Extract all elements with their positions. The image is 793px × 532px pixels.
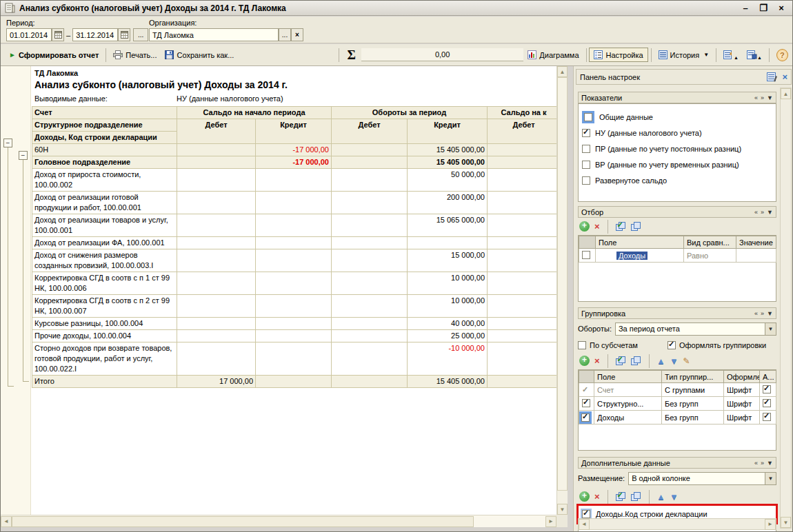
period-more-button[interactable]: ... xyxy=(133,28,148,41)
checkbox-expanded-balance[interactable] xyxy=(582,176,590,185)
collapse-group-button[interactable]: − xyxy=(3,139,12,147)
move-up-icon[interactable]: ▲ xyxy=(657,492,665,502)
collapse-group-button[interactable]: − xyxy=(19,151,28,160)
move-down-icon[interactable]: ▼ xyxy=(670,492,678,502)
format-groups-checkbox[interactable] xyxy=(667,341,676,349)
row-checkbox[interactable] xyxy=(763,399,771,407)
checkbox-nu[interactable] xyxy=(582,129,590,137)
checkbox-common-data[interactable] xyxy=(584,113,592,121)
report-horizontal-scrollbar[interactable]: ◄ ► xyxy=(1,515,556,527)
table-row[interactable]: 60Н-17 000,0015 405 000,00 xyxy=(32,144,557,156)
period-to-input[interactable]: 31.12.2014 xyxy=(72,28,118,41)
checkbox-pr[interactable] xyxy=(582,145,590,153)
col-field[interactable]: Поле xyxy=(596,236,684,249)
table-row[interactable]: Доход от прироста стоимости, 100.00.0025… xyxy=(32,169,557,192)
scroll-right-icon[interactable]: ► xyxy=(545,516,556,527)
uncheck-all-icon[interactable] xyxy=(631,492,641,502)
report-vertical-scrollbar[interactable]: ▲ ▼ xyxy=(556,66,568,515)
add-icon[interactable]: + xyxy=(579,221,590,232)
filter-row-checkbox[interactable] xyxy=(582,251,590,259)
table-row[interactable]: Сторно доходов при возврате товаров, гот… xyxy=(32,342,557,376)
list-item[interactable]: НУ (данные налогового учета) xyxy=(582,125,772,141)
filter-field-value[interactable]: Доходы xyxy=(616,252,648,260)
collapse-right-icon[interactable]: » xyxy=(761,94,764,101)
section-collapse-icon[interactable]: ▼ xyxy=(767,94,773,101)
collapse-left-icon[interactable]: « xyxy=(754,310,758,317)
uncheck-all-icon[interactable] xyxy=(631,222,641,232)
list-item[interactable]: Общие данные xyxy=(582,109,772,125)
save-as-button[interactable]: Сохранить как... xyxy=(161,48,238,61)
table-row[interactable]: Доход от реализации товаров и услуг, 100… xyxy=(32,214,557,237)
save-settings-button[interactable]: ▲ xyxy=(743,48,766,62)
row-checkbox[interactable] xyxy=(763,385,771,393)
placement-select[interactable]: В одной колонке ▼ xyxy=(628,472,776,485)
diagram-button[interactable]: Диаграмма xyxy=(523,48,583,61)
scroll-up-icon[interactable]: ▲ xyxy=(557,66,568,77)
by-subaccounts-option[interactable]: По субсчетам xyxy=(578,338,667,352)
scroll-thumb[interactable] xyxy=(557,77,568,491)
grouping-row[interactable]: Структурно... Без групп Шрифт xyxy=(579,397,776,411)
turnover-select[interactable]: За период отчета ▼ xyxy=(615,323,776,336)
organization-clear-button[interactable]: × xyxy=(291,28,303,41)
section-header-indicators[interactable]: Показатели « » ▼ xyxy=(578,92,776,103)
list-item[interactable]: ПР (данные по учету постоянных разниц) xyxy=(582,141,772,156)
table-row[interactable]: Курсовые разницы, 100.00.00440 000,00 xyxy=(32,318,557,330)
panel-close-icon[interactable]: × xyxy=(782,72,787,82)
maximize-button[interactable]: ❐ xyxy=(756,3,770,13)
collapse-left-icon[interactable]: « xyxy=(754,209,758,216)
history-button[interactable]: История ▼ xyxy=(654,48,714,61)
row-check-icon[interactable]: ✓ xyxy=(582,385,588,393)
scroll-right-icon[interactable]: ► xyxy=(765,519,776,530)
check-all-icon[interactable]: ✓ xyxy=(616,222,626,232)
checkbox-vr[interactable] xyxy=(582,161,590,169)
minimize-button[interactable]: – xyxy=(739,3,752,13)
col-type[interactable]: Тип группир... xyxy=(662,371,724,383)
table-row[interactable]: Корректировка СГД в соотв с п 1 ст 99 НК… xyxy=(32,272,557,295)
help-button[interactable]: ? xyxy=(776,49,788,61)
generate-report-button[interactable]: ► Сформировать отчет xyxy=(5,49,103,61)
scroll-down-icon[interactable]: ▼ xyxy=(557,504,568,515)
section-collapse-icon[interactable]: ▼ xyxy=(767,460,773,467)
filter-row[interactable]: Доходы Равно xyxy=(579,249,776,263)
collapse-right-icon[interactable]: » xyxy=(761,460,764,467)
collapse-right-icon[interactable]: » xyxy=(761,209,764,216)
table-row[interactable]: Доход от снижения размеров созданных про… xyxy=(32,249,557,272)
row-checkbox[interactable] xyxy=(581,413,590,422)
grouping-row[interactable]: Доходы Без групп Шрифт xyxy=(579,411,776,424)
restore-settings-button[interactable]: ▲ xyxy=(719,48,743,62)
section-header-grouping[interactable]: Группировка « » ▼ xyxy=(578,307,776,319)
col-auto[interactable]: А... xyxy=(760,371,776,383)
print-button[interactable]: Печать... xyxy=(109,48,161,61)
scroll-down-icon[interactable]: ▼ xyxy=(781,517,791,528)
delete-icon[interactable]: × xyxy=(594,221,600,232)
delete-icon[interactable]: × xyxy=(594,491,600,502)
section-collapse-icon[interactable]: ▼ xyxy=(767,209,773,216)
move-down-icon[interactable]: ▼ xyxy=(670,356,678,366)
check-all-icon[interactable]: ✓ xyxy=(616,492,626,502)
col-field[interactable]: Поле xyxy=(594,371,662,383)
format-edit-icon[interactable]: ✎ xyxy=(683,356,690,366)
collapse-right-icon[interactable]: » xyxy=(761,310,764,317)
scroll-thumb[interactable] xyxy=(12,516,474,527)
table-row[interactable]: Прочие доходы, 100.00.00425 000,00 xyxy=(32,330,557,342)
section-header-additional[interactable]: Дополнительные данные « » ▼ xyxy=(578,457,776,469)
filter-value-cell[interactable] xyxy=(736,249,776,263)
list-item[interactable]: Развернутое сальдо xyxy=(582,172,772,188)
check-all-icon[interactable]: ✓ xyxy=(616,356,626,366)
list-item[interactable]: ВР (данные по учету временных разниц) xyxy=(582,156,772,172)
panel-settings-icon[interactable] xyxy=(767,72,778,82)
format-groups-option[interactable]: Оформлять группировки xyxy=(667,338,766,352)
organization-select-button[interactable]: ... xyxy=(279,28,291,41)
collapse-left-icon[interactable]: « xyxy=(754,460,758,467)
table-total-row[interactable]: Итого17 000,0015 405 000,00 xyxy=(32,376,557,388)
organization-input[interactable]: ТД Лакомка xyxy=(149,28,279,41)
filter-compare-value[interactable]: Равно xyxy=(684,249,736,263)
sum-icon[interactable]: Σ xyxy=(342,48,361,63)
add-icon[interactable]: + xyxy=(579,356,590,366)
scroll-left-icon[interactable]: ◄ xyxy=(579,519,590,530)
collapse-left-icon[interactable]: « xyxy=(754,94,758,101)
table-row[interactable]: Корректировка СГД в соотв с п 2 ст 99 НК… xyxy=(32,295,557,318)
by-subaccounts-checkbox[interactable] xyxy=(578,341,586,349)
move-up-icon[interactable]: ▲ xyxy=(657,356,665,366)
panel-vertical-scrollbar[interactable]: ▲ ▼ xyxy=(780,88,792,529)
